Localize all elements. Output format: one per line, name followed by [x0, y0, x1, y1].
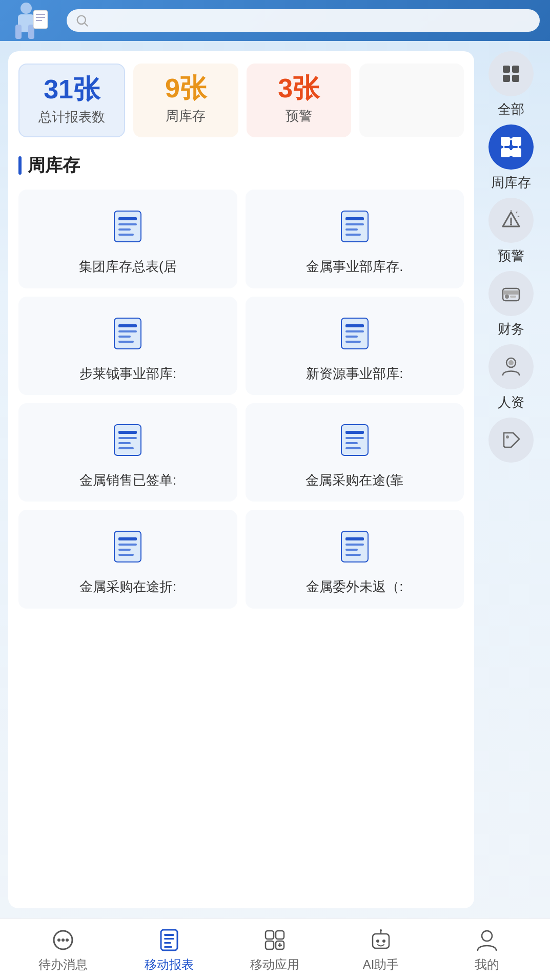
search-input[interactable] — [93, 12, 532, 29]
section-title: 周库存 — [18, 154, 464, 177]
report-name-6: 金属采购在途折: — [79, 577, 176, 596]
svg-rect-14 — [118, 234, 134, 236]
report-icon-1 — [334, 206, 375, 247]
report-card-3[interactable]: 新资源事业部库: — [246, 297, 464, 395]
svg-point-75 — [66, 939, 69, 942]
sidebar-label-finance: 财务 — [498, 320, 524, 338]
report-name-2: 步莱钺事业部库: — [79, 364, 176, 383]
svg-rect-40 — [114, 531, 141, 562]
svg-point-88 — [376, 940, 379, 943]
report-name-5: 金属采购在途(靠 — [305, 471, 403, 489]
svg-line-64 — [518, 216, 519, 217]
alert-icon-circle — [488, 198, 534, 243]
svg-rect-77 — [164, 934, 174, 936]
stat-card-alert[interactable]: 3张 预警 — [247, 64, 351, 137]
svg-rect-12 — [118, 223, 137, 225]
report-icon-2 — [107, 313, 148, 354]
weekly-icon-circle — [488, 124, 534, 170]
svg-rect-66 — [503, 290, 519, 295]
svg-line-63 — [516, 212, 517, 213]
report-card-1[interactable]: 金属事业部库存. — [246, 190, 464, 288]
svg-point-91 — [380, 929, 382, 931]
svg-rect-33 — [118, 442, 131, 444]
nav-label-reports: 移动报表 — [145, 956, 194, 973]
chat-icon — [50, 927, 76, 953]
bottom-nav: 待办消息 移动报表 移动应用 — [0, 919, 550, 980]
banner-illustration — [5, 0, 51, 41]
nav-item-reports[interactable]: 移动报表 — [116, 927, 222, 973]
stat-card-weekly[interactable]: 9张 周库存 — [133, 64, 238, 137]
sidebar-item-weekly[interactable]: 周库存 — [483, 124, 539, 192]
svg-rect-18 — [345, 228, 358, 231]
svg-rect-0 — [21, 3, 32, 14]
sidebar-label-weekly: 周库存 — [491, 174, 531, 192]
svg-point-92 — [482, 931, 492, 941]
svg-rect-68 — [510, 296, 516, 298]
report-name-0: 集团库存总表(居 — [79, 257, 177, 276]
svg-rect-53 — [512, 75, 519, 82]
nav-item-messages[interactable]: 待办消息 — [10, 927, 116, 973]
report-grid: 集团库存总表(居 金属事业部库存. — [18, 190, 464, 609]
section-title-bar — [18, 156, 22, 175]
report-icon-0 — [107, 206, 148, 247]
search-bar[interactable] — [67, 9, 540, 32]
report-card-4[interactable]: 金属销售已签单: — [18, 403, 237, 502]
svg-rect-31 — [118, 431, 137, 434]
report-card-7[interactable]: 金属委外未返（: — [246, 510, 464, 608]
svg-rect-34 — [118, 447, 134, 449]
report-card-2[interactable]: 步莱钺事业部库: — [18, 297, 237, 395]
hr-icon-circle — [488, 344, 534, 389]
svg-rect-23 — [118, 336, 131, 338]
svg-rect-30 — [114, 425, 141, 455]
nav-item-ai[interactable]: AI助手 — [328, 927, 434, 973]
svg-point-89 — [382, 940, 385, 943]
svg-rect-51 — [512, 66, 519, 73]
sidebar-item-hr[interactable]: 人资 — [483, 344, 539, 411]
report-card-6[interactable]: 金属采购在途折: — [18, 510, 237, 608]
svg-rect-57 — [512, 148, 521, 157]
sidebar-item-all[interactable]: 全部 — [483, 51, 539, 118]
sidebar-item-tag[interactable] — [483, 418, 539, 467]
svg-rect-82 — [276, 931, 284, 939]
svg-rect-10 — [114, 211, 141, 242]
main-content: 31张 总计报表数 9张 周库存 3张 预警 周库存 — [0, 41, 550, 919]
svg-rect-49 — [345, 554, 361, 556]
report-icon-3 — [334, 313, 375, 354]
svg-point-71 — [506, 435, 509, 439]
svg-rect-37 — [345, 437, 364, 439]
report-card-5[interactable]: 金属采购在途(靠 — [246, 403, 464, 502]
svg-rect-83 — [266, 941, 274, 949]
report-icon-7 — [334, 526, 375, 567]
sidebar-label-alert: 预警 — [498, 247, 524, 265]
apps-icon — [261, 927, 288, 953]
stat-number-total: 31张 — [28, 75, 116, 104]
svg-rect-32 — [118, 437, 137, 439]
nav-item-profile[interactable]: 我的 — [434, 927, 540, 973]
svg-rect-27 — [345, 330, 364, 332]
sidebar-item-alert[interactable]: 预警 — [483, 198, 539, 265]
svg-rect-79 — [164, 942, 171, 944]
svg-rect-29 — [345, 341, 361, 343]
svg-rect-42 — [118, 544, 137, 546]
nav-item-apps[interactable]: 移动应用 — [222, 927, 328, 973]
svg-rect-22 — [118, 330, 137, 332]
svg-rect-4 — [33, 10, 48, 29]
svg-rect-44 — [118, 554, 134, 556]
stat-card-total[interactable]: 31张 总计报表数 — [18, 64, 125, 137]
nav-label-ai: AI助手 — [363, 956, 399, 973]
svg-rect-80 — [164, 946, 172, 948]
sidebar-item-finance[interactable]: 财务 — [483, 271, 539, 338]
report-card-0[interactable]: 集团库存总表(居 — [18, 190, 237, 288]
stat-number-alert: 3张 — [255, 74, 343, 103]
report-name-7: 金属委外未返（: — [306, 577, 403, 596]
svg-rect-24 — [118, 341, 134, 343]
report-icon — [156, 927, 182, 953]
svg-rect-39 — [345, 447, 361, 449]
left-panel: 31张 总计报表数 9张 周库存 3张 预警 周库存 — [8, 51, 474, 908]
stats-row: 31张 总计报表数 9张 周库存 3张 预警 — [18, 64, 464, 137]
svg-rect-56 — [501, 148, 510, 157]
svg-line-9 — [85, 23, 87, 26]
svg-rect-46 — [345, 537, 364, 540]
svg-rect-28 — [345, 336, 358, 338]
svg-rect-2 — [15, 25, 22, 39]
